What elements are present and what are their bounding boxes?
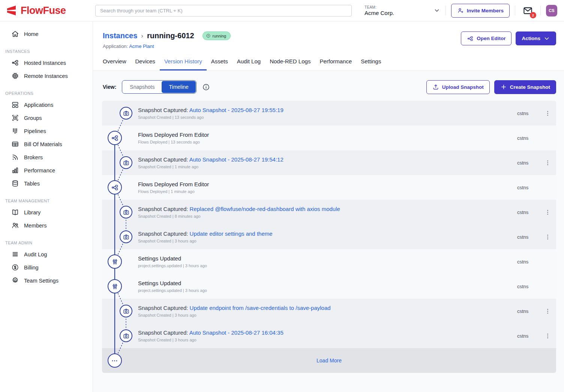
status-label: running	[213, 34, 226, 38]
open-editor-label: Open Editor	[477, 36, 506, 41]
sidebar-item-hosted-instances[interactable]: Hosted Instances	[0, 56, 93, 69]
sidebar-item-members[interactable]: Members	[0, 219, 93, 232]
divider	[540, 6, 541, 15]
sidebar-section-label: INSTANCES	[5, 49, 93, 54]
load-more-link[interactable]: Load More	[316, 358, 342, 364]
row-title-prefix: Snapshot Captured:	[138, 107, 189, 113]
groups-icon	[11, 114, 19, 122]
row-meta: Flows Deployed | 1 minute ago	[138, 189, 513, 194]
snapshot-link[interactable]: Update endpoint from /save-credentials t…	[190, 305, 331, 311]
chevron-down-icon	[434, 7, 440, 14]
snapshot-link[interactable]: Auto Snapshot - 2025-08-27 19:54:12	[189, 156, 284, 163]
sidebar-item-label: Home	[24, 31, 39, 37]
plus-icon	[500, 84, 507, 90]
sidebar-item-team-settings[interactable]: Team Settings	[0, 274, 93, 287]
sidebar-item-label: Performance	[24, 168, 55, 174]
kebab-menu-button[interactable]	[539, 234, 556, 240]
sidebar-item-home[interactable]: Home	[0, 27, 93, 40]
sidebar-item-audit-log[interactable]: Audit Log	[0, 248, 93, 261]
open-editor-button[interactable]: Open Editor	[461, 31, 512, 45]
sidebar-item-label: Bill Of Materials	[24, 141, 62, 147]
create-snapshot-button[interactable]: Create Snapshot	[494, 80, 556, 94]
tab-devices[interactable]: Devices	[131, 58, 160, 70]
kebab-menu-button[interactable]	[539, 110, 556, 117]
snapshot-link[interactable]: Update editor settings and theme	[190, 230, 273, 237]
breadcrumb-instances-link[interactable]: Instances	[103, 31, 137, 40]
sidebar-item-billing[interactable]: Billing	[0, 261, 93, 274]
row-user: cstns	[517, 234, 539, 240]
sidebar-item-label: Team Settings	[24, 278, 58, 284]
row-meta: Snapshot Created | 13 seconds ago	[138, 115, 513, 120]
row-meta: project.settings.updated | 3 hours ago	[138, 288, 513, 293]
flowfuse-logo-icon	[5, 4, 17, 16]
row-user: cstns	[517, 185, 539, 190]
sidebar-item-performance[interactable]: Performance	[0, 164, 93, 177]
tab-bar: OverviewDevicesVersion HistoryAssetsAudi…	[103, 58, 556, 70]
breadcrumb: Instances › running-6012 running	[103, 31, 231, 40]
sidebar-item-brokers[interactable]: Brokers	[0, 151, 93, 164]
timeline-row: Snapshot Captured: Auto Snapshot - 2025-…	[102, 323, 556, 348]
kebab-menu-button[interactable]	[539, 333, 556, 339]
divider	[446, 6, 446, 15]
tab-assets[interactable]: Assets	[207, 58, 232, 70]
notifications-button[interactable]: 2	[523, 6, 533, 16]
chart-icon	[11, 166, 19, 174]
sidebar-item-label: Library	[24, 209, 40, 215]
row-user: cstns	[517, 135, 539, 141]
row-title-prefix: Snapshot Captured:	[138, 329, 189, 336]
view-toolbar: View: SnapshotsTimeline Upload Snapshot …	[93, 71, 564, 96]
timeline-row: Snapshot Captured: Auto Snapshot - 2025-…	[102, 150, 556, 175]
row-user: cstns	[517, 160, 539, 166]
flowfuse-logo[interactable]: FlowFuse	[5, 4, 95, 16]
sidebar-item-label: Members	[24, 223, 46, 229]
team-label: TEAM:	[364, 5, 394, 9]
sidebar-item-label: Hosted Instances	[24, 60, 66, 66]
tab-performance[interactable]: Performance	[315, 58, 356, 70]
search-input[interactable]	[95, 5, 352, 16]
main-content: Instances › running-6012 running Applica…	[93, 21, 564, 392]
tab-audit-log[interactable]: Audit Log	[232, 58, 265, 70]
timeline-row: Snapshot Captured: Auto Snapshot - 2025-…	[102, 101, 556, 126]
application-link[interactable]: Acme Plant	[129, 43, 154, 49]
upload-snapshot-button[interactable]: Upload Snapshot	[426, 80, 490, 94]
sidebar-item-applications[interactable]: Applications	[0, 98, 93, 111]
timeline-row: Flows Deployed From EditorFlows Deployed…	[102, 175, 556, 200]
users-icon	[11, 221, 19, 229]
row-meta: Snapshot Created | 8 minutes ago	[138, 214, 513, 218]
ellipsis-icon: ...	[108, 353, 122, 368]
invite-members-button[interactable]: Invite Members	[451, 4, 510, 18]
avatar[interactable]: CS	[546, 5, 557, 16]
timeline-row: Flows Deployed From EditorFlows Deployed…	[102, 126, 556, 150]
sidebar-item-bill-of-materials[interactable]: Bill Of Materials	[0, 138, 93, 151]
view-label: View:	[103, 84, 116, 90]
info-icon[interactable]	[202, 83, 210, 91]
tab-settings[interactable]: Settings	[356, 58, 386, 70]
sidebar-item-groups[interactable]: Groups	[0, 111, 93, 124]
snapshot-link[interactable]: Replaced @flowfuse/node-red-dashboard wi…	[190, 206, 340, 212]
editor-nodes-icon	[467, 35, 474, 42]
camera-icon	[120, 107, 132, 120]
pipelines-icon	[11, 127, 19, 135]
application-line: Application: Acme Plant	[103, 43, 231, 49]
kebab-menu-button[interactable]	[539, 308, 556, 314]
kebab-menu-button[interactable]	[539, 209, 556, 215]
tab-overview[interactable]: Overview	[98, 58, 131, 70]
actions-label: Actions	[522, 36, 540, 41]
sidebar-item-remote-instances[interactable]: Remote Instances	[0, 69, 93, 82]
sidebar-item-library[interactable]: Library	[0, 206, 93, 219]
divider	[515, 6, 515, 15]
tab-version-history[interactable]: Version History	[160, 58, 207, 70]
view-toggle: SnapshotsTimeline	[122, 80, 196, 94]
actions-button[interactable]: Actions	[516, 31, 556, 45]
toggle-timeline[interactable]: Timeline	[162, 81, 195, 93]
sidebar-item-pipelines[interactable]: Pipelines	[0, 124, 93, 138]
toggle-snapshots[interactable]: Snapshots	[123, 81, 162, 93]
tab-node-red-logs[interactable]: Node-RED Logs	[265, 58, 315, 70]
sidebar-item-tables[interactable]: Tables	[0, 177, 93, 190]
kebab-menu-button[interactable]	[539, 160, 556, 166]
cog-icon	[11, 277, 19, 284]
dollar-icon	[11, 263, 19, 271]
snapshot-link[interactable]: Auto Snapshot - 2025-08-27 16:04:35	[189, 329, 284, 336]
snapshot-link[interactable]: Auto Snapshot - 2025-08-27 19:55:19	[189, 107, 284, 113]
team-selector[interactable]: TEAM: Acme Corp.	[364, 5, 440, 16]
